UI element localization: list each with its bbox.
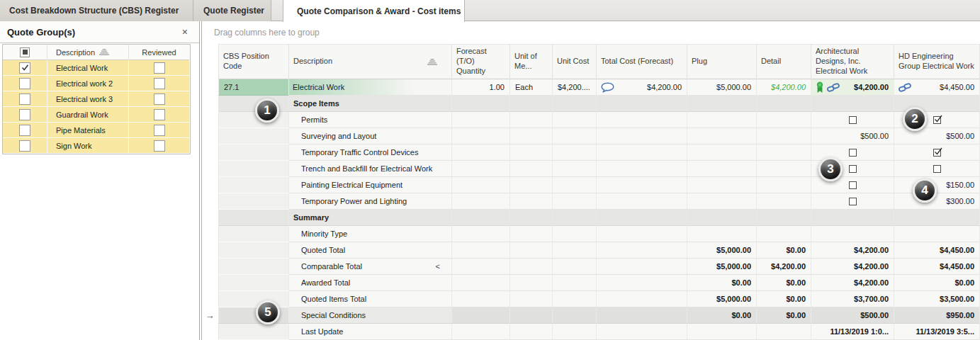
cell-cbs[interactable] xyxy=(218,242,289,259)
quote-group-row[interactable]: Electrical work 2 xyxy=(3,76,190,91)
select-checkbox[interactable] xyxy=(19,94,30,105)
tab-2[interactable]: Quote Register xyxy=(193,0,271,21)
cell-unit_cost[interactable] xyxy=(553,324,597,340)
cell-cbs[interactable] xyxy=(218,291,289,307)
cell-uom[interactable] xyxy=(510,144,553,161)
scope-item-checkbox-checked[interactable] xyxy=(933,116,941,124)
cell-unit_cost[interactable] xyxy=(553,291,597,307)
cell-unit_cost[interactable] xyxy=(553,226,597,242)
cell-desc[interactable]: Electrical Work xyxy=(289,79,452,96)
cell-plug[interactable] xyxy=(687,193,757,210)
cell-hd[interactable]: $500.00 xyxy=(894,128,980,144)
cell-cbs[interactable] xyxy=(218,226,289,242)
cell-detail[interactable]: $0.00 xyxy=(757,275,811,291)
cell-hd[interactable] xyxy=(894,144,980,161)
column-header-total_cost[interactable]: Total Cost (Forecast) xyxy=(597,44,687,79)
cell-uom[interactable] xyxy=(510,259,553,275)
award-icon[interactable] xyxy=(816,81,824,94)
quote-group-row[interactable]: Guardrail Work xyxy=(3,107,190,123)
cell-forecast[interactable] xyxy=(452,161,510,177)
cell-forecast[interactable] xyxy=(452,242,510,259)
cell-hd[interactable]: $950.00 xyxy=(894,307,980,324)
cell-forecast[interactable] xyxy=(452,96,510,112)
cell-cbs[interactable] xyxy=(218,128,289,144)
cell-unit_cost[interactable] xyxy=(553,96,597,112)
cell-forecast[interactable] xyxy=(452,307,510,324)
select-checkbox[interactable] xyxy=(19,125,30,136)
cell-uom[interactable] xyxy=(510,275,553,291)
column-header-plug[interactable]: Plug xyxy=(687,44,757,79)
cell-detail[interactable] xyxy=(757,210,811,226)
reviewed-checkbox[interactable] xyxy=(154,109,165,120)
cell-detail[interactable] xyxy=(757,144,811,161)
cell-desc[interactable]: Surveying and Layout xyxy=(289,128,452,144)
cell-forecast[interactable] xyxy=(452,177,510,193)
cell-total_cost[interactable] xyxy=(597,177,687,193)
cell-detail[interactable]: $4,200.00 xyxy=(757,79,811,96)
scope-item-checkbox-checked[interactable] xyxy=(933,149,941,157)
scope-item-checkbox[interactable] xyxy=(849,116,857,124)
cell-cbs[interactable] xyxy=(218,259,289,275)
cell-uom[interactable] xyxy=(510,242,553,259)
cell-plug[interactable] xyxy=(687,128,757,144)
scope-item-checkbox[interactable] xyxy=(849,181,857,189)
cell-unit_cost[interactable] xyxy=(553,144,597,161)
reviewed-checkbox[interactable] xyxy=(154,62,165,74)
tab-1[interactable]: Cost Breakdown Structure (CBS) Register xyxy=(0,0,193,21)
close-icon[interactable]: × xyxy=(178,26,192,38)
sort-asc-icon[interactable] xyxy=(427,59,437,65)
link-icon[interactable] xyxy=(899,83,911,92)
cell-total_cost[interactable] xyxy=(597,291,687,307)
reviewed-checkbox[interactable] xyxy=(154,78,165,89)
cell-arch[interactable] xyxy=(811,193,894,210)
cell-detail[interactable] xyxy=(757,112,811,128)
cell-unit_cost[interactable] xyxy=(553,112,597,128)
cell-unit_cost[interactable] xyxy=(553,161,597,177)
scope-item-checkbox[interactable] xyxy=(849,149,857,157)
cell-detail[interactable]: $0.00 xyxy=(757,291,811,307)
cell-hd[interactable]: $300.00 xyxy=(894,193,980,210)
cell-unit_cost[interactable] xyxy=(553,242,597,259)
cell-hd[interactable]: 11/13/2019 3:5... xyxy=(894,324,980,340)
reviewed-checkbox[interactable] xyxy=(154,94,165,105)
tab-3[interactable]: Quote Comparison & Award - Cost items xyxy=(283,0,465,22)
panel-splitter[interactable] xyxy=(201,21,202,340)
column-header-detail[interactable]: Detail xyxy=(757,44,811,79)
quote-group-name-cell[interactable]: Electrical work 3 xyxy=(47,91,129,107)
cell-arch[interactable] xyxy=(811,96,894,112)
cell-cbs[interactable] xyxy=(218,177,289,193)
cell-uom[interactable] xyxy=(510,307,553,324)
cell-unit_cost[interactable] xyxy=(553,307,597,324)
cell-arch[interactable] xyxy=(811,226,894,242)
quote-group-name-cell[interactable]: Sign Work xyxy=(47,138,129,154)
cell-plug[interactable]: $0.00 xyxy=(687,275,757,291)
cell-desc[interactable]: Summary xyxy=(289,210,452,226)
cell-total_cost[interactable] xyxy=(597,193,687,210)
select-checkbox[interactable] xyxy=(19,62,30,74)
cell-plug[interactable]: $5,000.00 xyxy=(687,259,757,275)
cell-forecast[interactable] xyxy=(452,144,510,161)
cell-uom[interactable] xyxy=(510,96,553,112)
reviewed-checkbox[interactable] xyxy=(154,125,165,136)
cell-uom[interactable] xyxy=(510,291,553,307)
cell-plug[interactable] xyxy=(687,177,757,193)
select-all-checkbox[interactable] xyxy=(20,47,30,57)
cell-total_cost[interactable] xyxy=(597,259,687,275)
cell-unit_cost[interactable] xyxy=(553,259,597,275)
cell-desc[interactable]: Special Conditions xyxy=(289,307,452,324)
cell-unit_cost[interactable] xyxy=(553,275,597,291)
cell-plug[interactable]: $5,000.00 xyxy=(687,242,757,259)
cell-arch[interactable]: $4,200.00 xyxy=(811,259,894,275)
cell-arch[interactable]: $4,200.00 xyxy=(811,275,894,291)
cell-desc[interactable]: Temporary Power and Lighting xyxy=(289,193,452,210)
cell-plug[interactable] xyxy=(687,96,757,112)
scope-item-checkbox[interactable] xyxy=(933,165,941,173)
cell-desc[interactable]: Painting Electrical Equipment xyxy=(289,177,452,193)
cell-uom[interactable] xyxy=(510,177,553,193)
cell-detail[interactable] xyxy=(757,96,811,112)
cell-plug[interactable] xyxy=(687,112,757,128)
cell-total_cost[interactable] xyxy=(597,226,687,242)
cell-arch[interactable]: 11/13/2019 1:0... xyxy=(811,324,894,340)
cell-uom[interactable] xyxy=(510,128,553,144)
column-header-cbs[interactable]: CBS Position Code xyxy=(218,44,289,79)
